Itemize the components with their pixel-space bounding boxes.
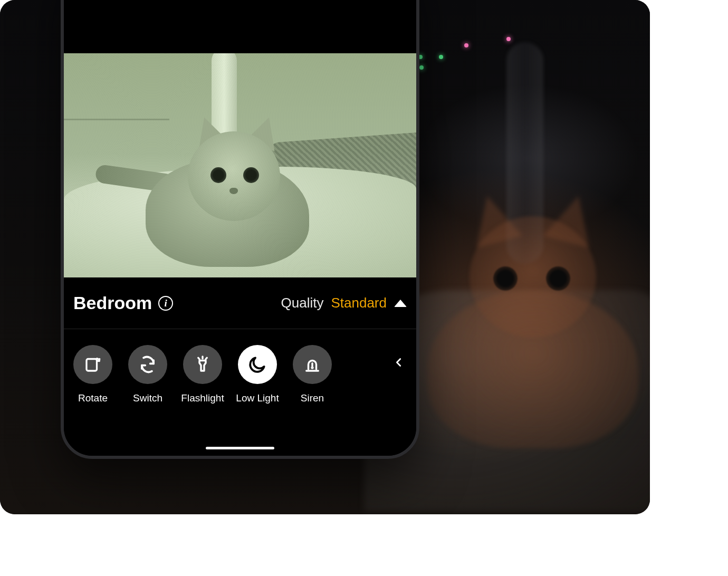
quality-selector[interactable]: Quality Standard <box>281 295 407 311</box>
camera-name: Bedroom <box>73 293 152 313</box>
caret-up-icon <box>394 300 407 307</box>
svg-line-2 <box>198 358 199 359</box>
rotate-label: Rotate <box>78 392 108 404</box>
led-indicator <box>464 43 468 47</box>
moon-icon <box>247 354 267 375</box>
lowlight-button[interactable]: Low Light <box>238 345 277 404</box>
svg-point-6 <box>312 367 313 368</box>
switch-button[interactable]: Switch <box>128 345 167 404</box>
switch-label: Switch <box>133 392 162 404</box>
bg-cat-decoration <box>411 185 650 448</box>
led-indicator <box>439 55 443 59</box>
rotate-button[interactable]: Rotate <box>73 345 112 404</box>
camera-title-group: Bedroom i <box>73 293 173 313</box>
switch-icon <box>138 354 158 375</box>
app-canvas: Bedroom i Quality Standard <box>0 0 650 514</box>
quality-value: Standard <box>331 295 387 311</box>
siren-icon <box>303 355 322 374</box>
camera-toolbar: Rotate Switch <box>64 329 416 404</box>
home-indicator-container <box>64 447 416 456</box>
info-icon[interactable]: i <box>158 296 173 311</box>
svg-rect-0 <box>87 359 97 371</box>
flashlight-label: Flashlight <box>181 392 224 404</box>
lowlight-label: Low Light <box>236 392 279 404</box>
led-indicator <box>506 37 511 41</box>
phone-frame: Bedroom i Quality Standard <box>61 0 419 459</box>
siren-button[interactable]: Siren <box>293 345 332 404</box>
camera-info-row: Bedroom i Quality Standard <box>64 277 416 329</box>
svg-line-3 <box>206 358 207 359</box>
flashlight-icon <box>193 355 212 374</box>
camera-feed[interactable] <box>64 53 416 277</box>
rotate-icon <box>83 355 102 374</box>
phone-screen: Bedroom i Quality Standard <box>64 0 416 456</box>
chevron-left-icon[interactable] <box>393 357 405 368</box>
siren-label: Siren <box>301 392 324 404</box>
home-indicator[interactable] <box>206 447 274 449</box>
led-indicator <box>419 65 424 70</box>
quality-label: Quality <box>281 295 324 311</box>
flashlight-button[interactable]: Flashlight <box>183 345 222 404</box>
